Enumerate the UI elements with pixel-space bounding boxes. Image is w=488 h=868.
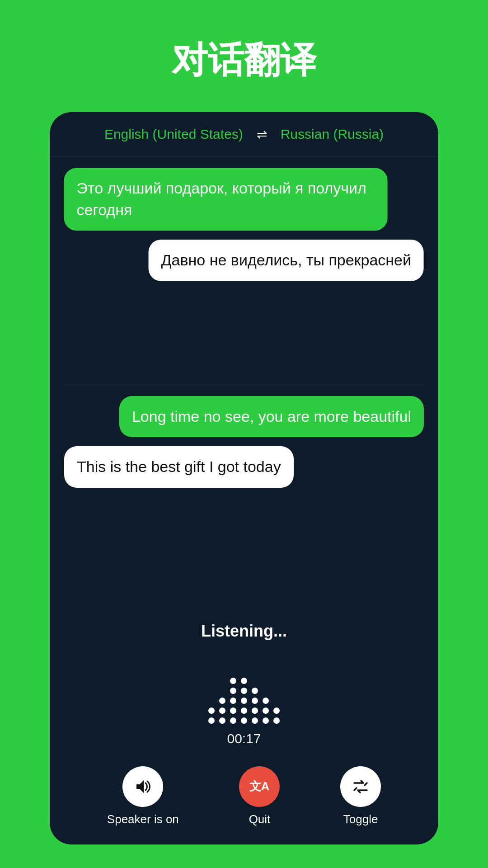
wave-col-6 xyxy=(263,698,269,724)
bottom-controls: Speaker is on 文A Quit Toggle xyxy=(50,757,438,844)
dot xyxy=(230,678,236,684)
main-card: English (United States) ⇌ Russian (Russi… xyxy=(50,112,438,844)
dot xyxy=(252,717,258,724)
swap-icon[interactable]: ⇌ xyxy=(257,127,267,142)
quit-label: Quit xyxy=(249,812,271,826)
dot xyxy=(273,708,280,714)
dot xyxy=(263,708,269,714)
translate-icon: 文A xyxy=(249,777,269,797)
wave-col-7 xyxy=(273,708,280,724)
chat-area-top: Давно не виделись, ты прекрасней Это луч… xyxy=(50,157,438,385)
quit-button[interactable]: 文A xyxy=(239,766,280,807)
wave-col-5 xyxy=(252,688,258,724)
dot xyxy=(252,698,258,704)
toggle-control: Toggle xyxy=(340,766,381,826)
waveform xyxy=(208,651,280,724)
speaker-icon xyxy=(133,777,153,797)
svg-text:文A: 文A xyxy=(249,779,269,793)
speaker-control: Speaker is on xyxy=(107,766,179,826)
dot xyxy=(241,717,247,724)
timer-display: 00:17 xyxy=(227,731,261,746)
target-language[interactable]: Russian (Russia) xyxy=(281,127,384,142)
dot xyxy=(208,708,215,714)
page-title: 对话翻译 xyxy=(172,36,316,85)
source-language[interactable]: English (United States) xyxy=(104,127,243,142)
dot xyxy=(252,708,258,714)
dot xyxy=(219,708,225,714)
dot xyxy=(241,678,247,684)
speaker-button[interactable] xyxy=(122,766,163,807)
dot xyxy=(208,717,215,724)
dot xyxy=(230,698,236,704)
dot xyxy=(241,698,247,704)
bubble-english-white: This is the best gift I got today xyxy=(64,446,294,488)
wave-col-1 xyxy=(208,708,215,724)
listening-label: Listening... xyxy=(201,622,287,641)
toggle-label: Toggle xyxy=(343,812,378,826)
dot xyxy=(230,717,236,724)
listening-section: Listening... xyxy=(50,613,438,757)
chat-area-bottom: Long time no see, you are more beautiful… xyxy=(50,385,438,613)
toggle-icon xyxy=(351,777,371,797)
dot xyxy=(219,717,225,724)
language-bar: English (United States) ⇌ Russian (Russi… xyxy=(50,112,438,157)
wave-col-2 xyxy=(219,698,225,724)
toggle-button[interactable] xyxy=(340,766,381,807)
dot xyxy=(263,717,269,724)
dot xyxy=(252,688,258,694)
bubble-russian-white: Давно не виделись, ты прекрасней xyxy=(149,240,424,281)
wave-col-4 xyxy=(241,678,247,724)
wave-col-3 xyxy=(230,678,236,724)
quit-control: 文A Quit xyxy=(239,766,280,826)
dot xyxy=(219,698,225,704)
dot xyxy=(273,717,280,724)
dot xyxy=(241,688,247,694)
dot xyxy=(241,708,247,714)
bubble-russian-green: Это лучший подарок, который я получил се… xyxy=(64,168,388,231)
dot xyxy=(230,708,236,714)
bubble-english-green: Long time no see, you are more beautiful xyxy=(119,396,424,438)
dot xyxy=(263,698,269,704)
dot xyxy=(230,688,236,694)
speaker-label: Speaker is on xyxy=(107,812,179,826)
